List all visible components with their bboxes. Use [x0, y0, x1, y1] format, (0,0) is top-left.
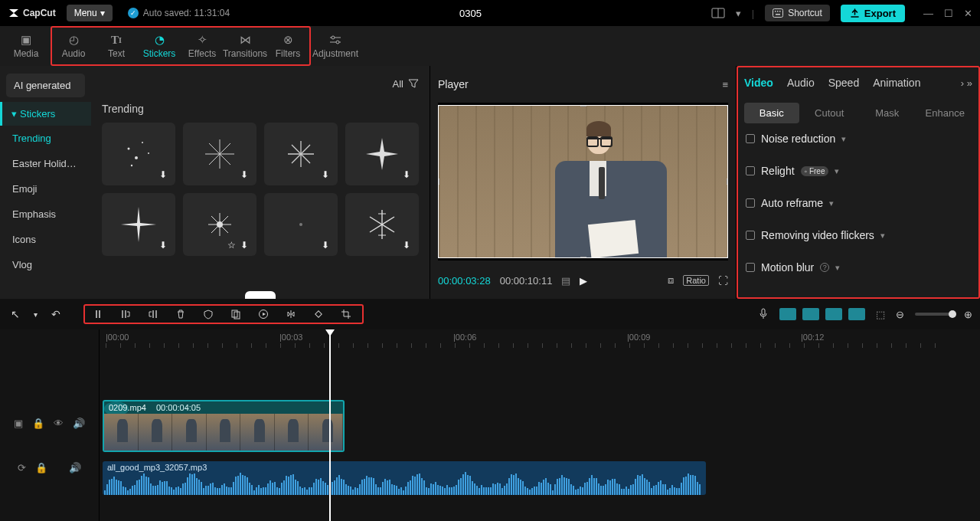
sub-tab-enhance[interactable]: Enhance	[918, 103, 973, 123]
option-removing-flickers[interactable]: Removing video flickers ▾	[746, 229, 971, 241]
snap-toggle[interactable]	[848, 308, 865, 320]
rotate-icon[interactable]	[313, 309, 327, 319]
lock-icon[interactable]: 🔒	[35, 462, 47, 473]
inspector-tab-audio[interactable]: Audio	[787, 77, 815, 89]
shortcut-button[interactable]: Shortcut	[765, 5, 830, 21]
timeline-body[interactable]: |00:00|00:03|00:06|00:09|00:12 0209.mp4 …	[100, 329, 980, 521]
zoom-in-icon[interactable]: ⊕	[964, 309, 972, 320]
download-icon[interactable]: ⬇	[403, 169, 415, 182]
checkbox-icon[interactable]	[746, 263, 755, 272]
drag-handle[interactable]	[245, 291, 276, 299]
minimize-icon[interactable]: —	[923, 8, 933, 19]
tab-filters[interactable]: ⊗ Filters	[266, 28, 309, 64]
snap-toggle[interactable]	[825, 308, 842, 320]
zoom-out-icon[interactable]: ⊖	[896, 309, 904, 320]
preview-viewport[interactable]	[438, 103, 728, 260]
checkbox-icon[interactable]	[746, 134, 755, 143]
menu-lines-icon[interactable]: ≡	[722, 79, 728, 90]
shield-icon[interactable]	[203, 309, 217, 319]
tab-audio[interactable]: ◴ Audio	[52, 28, 95, 64]
download-icon[interactable]: ⬇	[159, 240, 172, 252]
checkbox-icon[interactable]	[746, 166, 755, 175]
tab-adjustment[interactable]: Adjustment	[314, 28, 357, 64]
tab-media[interactable]: ▣ Media	[5, 28, 47, 64]
zoom-slider[interactable]	[915, 313, 953, 316]
link-icon[interactable]: ⟳	[18, 462, 26, 473]
download-icon[interactable]: ⬇	[240, 240, 253, 252]
ratio-button[interactable]: Ratio	[683, 275, 709, 286]
transform-handles[interactable]	[438, 105, 728, 258]
compare-icon[interactable]: ▤	[561, 275, 570, 287]
download-icon[interactable]: ⬇	[322, 240, 334, 252]
export-button[interactable]: Export	[841, 5, 905, 22]
checkbox-icon[interactable]	[746, 231, 755, 240]
download-icon[interactable]: ⬇	[322, 169, 334, 182]
fullscreen-icon[interactable]: ⛶	[718, 275, 728, 287]
sidebar-item-vlog[interactable]: Vlog	[0, 252, 91, 277]
mute-icon[interactable]: 🔊	[73, 418, 85, 429]
sub-tab-basic[interactable]: Basic	[744, 103, 799, 123]
cursor-icon[interactable]: ↖	[8, 306, 23, 322]
crop-icon[interactable]	[341, 309, 354, 319]
ai-generated-button[interactable]: AI generated	[6, 74, 85, 97]
sticker-thumb[interactable]: ⬇	[264, 193, 338, 256]
marker-icon[interactable]: ⬚	[876, 309, 885, 320]
sticker-thumb[interactable]: ⬇	[345, 193, 419, 256]
tracks[interactable]: 0209.mp4 00:00:04:05 all_good_mp3_32057.…	[100, 349, 980, 521]
inspector-tab-speed[interactable]: Speed	[828, 77, 859, 89]
maximize-icon[interactable]: ☐	[944, 8, 953, 19]
trim-left-icon[interactable]	[120, 309, 134, 319]
option-auto-reframe[interactable]: Auto reframe ▾	[746, 197, 971, 209]
inspector-tab-video[interactable]: Video	[744, 77, 773, 89]
sub-tab-mask[interactable]: Mask	[860, 103, 915, 123]
filter-icon[interactable]	[408, 79, 419, 88]
option-noise-reduction[interactable]: Noise reduction ▾	[746, 133, 971, 145]
menu-button[interactable]: Menu ▾	[67, 5, 113, 21]
split-icon[interactable]	[93, 309, 106, 319]
tab-text[interactable]: TI Text	[95, 28, 138, 64]
video-clip[interactable]: 0209.mp4 00:00:04:05	[103, 400, 345, 452]
speed-icon[interactable]	[258, 309, 272, 319]
download-icon[interactable]: ⬇	[403, 240, 415, 252]
play-icon[interactable]: ▶	[580, 275, 587, 287]
tab-effects[interactable]: ✧ Effects	[181, 28, 224, 64]
lock-icon[interactable]: 🔒	[32, 418, 44, 429]
delete-icon[interactable]	[175, 309, 189, 319]
sidebar-group-header[interactable]: ▾Stickers	[0, 102, 91, 126]
sticker-thumb[interactable]: ⬇	[102, 193, 175, 256]
focus-icon[interactable]: ⧈	[668, 274, 674, 287]
mirror-icon[interactable]	[286, 309, 299, 319]
audio-clip[interactable]: all_good_mp3_32057.mp3	[103, 461, 706, 495]
undo-icon[interactable]: ↶	[48, 306, 64, 322]
option-motion-blur[interactable]: Motion blur ? ▾	[746, 261, 971, 274]
chevron-down-icon[interactable]: ▾	[736, 8, 741, 19]
target-icon[interactable]: ▣	[14, 418, 23, 429]
layout-icon[interactable]	[711, 8, 725, 18]
download-icon[interactable]: ⬇	[240, 169, 253, 182]
star-icon[interactable]: ☆	[227, 240, 240, 252]
ruler[interactable]: |00:00|00:03|00:06|00:09|00:12	[100, 329, 980, 349]
tab-transitions[interactable]: ⋈ Transitions	[224, 28, 266, 64]
sub-tab-cutout[interactable]: Cutout	[802, 103, 858, 123]
playhead[interactable]	[329, 329, 331, 521]
inspector-tab-animation[interactable]: Animation	[873, 77, 920, 89]
sticker-thumb[interactable]: ☆⬇	[183, 193, 256, 256]
chevron-down-icon[interactable]: ▾	[31, 309, 41, 320]
copy-icon[interactable]	[230, 309, 244, 319]
sticker-thumb[interactable]: ⬇	[102, 123, 175, 185]
sidebar-item-icons[interactable]: Icons	[0, 227, 91, 252]
snap-toggle[interactable]	[802, 308, 819, 320]
close-icon[interactable]: ✕	[964, 8, 972, 19]
trim-right-icon[interactable]	[148, 309, 162, 319]
inspector-more-icon[interactable]: › »	[961, 77, 972, 89]
sticker-thumb[interactable]: ⬇	[183, 123, 256, 185]
sticker-thumb[interactable]: ⬇	[345, 123, 419, 185]
filter-all[interactable]: All	[393, 78, 403, 90]
snap-toggle[interactable]	[779, 308, 796, 320]
sidebar-item-trending[interactable]: Trending	[0, 126, 91, 151]
download-icon[interactable]: ⬇	[159, 169, 172, 182]
sidebar-item-emphasis[interactable]: Emphasis	[0, 202, 91, 227]
option-relight[interactable]: Relight ◦ Free ▾	[746, 165, 971, 177]
eye-icon[interactable]: 👁	[54, 418, 64, 429]
tab-stickers[interactable]: ◔ Stickers	[138, 28, 181, 64]
